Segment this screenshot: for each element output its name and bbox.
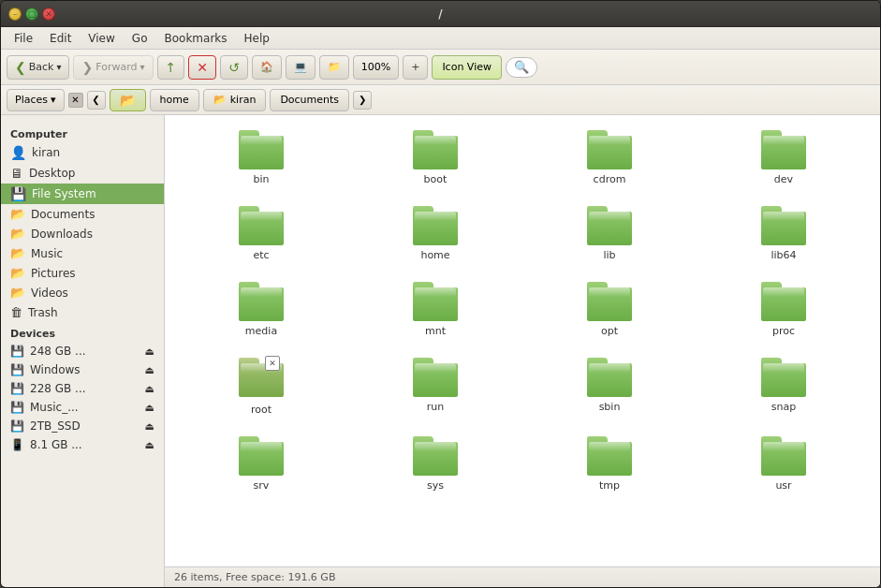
- disk-248-icon: 💾: [10, 345, 24, 358]
- sidebar-item-228gb[interactable]: 💾 228 GB ... ⏏: [1, 379, 164, 398]
- maximize-button[interactable]: □: [25, 7, 38, 21]
- window-controls: – □ ✕: [8, 7, 55, 21]
- sidebar-label-desktop: Desktop: [29, 167, 76, 180]
- menu-file[interactable]: File: [7, 30, 40, 47]
- computer-icon: 💻: [294, 61, 307, 73]
- sidebar-item-trash[interactable]: 🗑 Trash: [1, 302, 164, 322]
- stop-icon: ✕: [197, 60, 208, 75]
- reload-icon: ↺: [228, 60, 240, 75]
- menu-view[interactable]: View: [81, 30, 122, 47]
- folder-item[interactable]: run: [348, 352, 522, 421]
- sidebar-item-desktop[interactable]: 🖥 Desktop: [1, 163, 164, 184]
- minimize-button[interactable]: –: [8, 7, 22, 21]
- stop-button[interactable]: ✕: [188, 55, 216, 80]
- folder-item[interactable]: mnt: [348, 276, 522, 343]
- folder-icon: [239, 282, 284, 321]
- folder-item[interactable]: srv: [174, 431, 348, 497]
- menu-bookmarks[interactable]: Bookmarks: [156, 30, 234, 47]
- sidebar-item-videos[interactable]: 📂 Videos: [1, 283, 164, 302]
- folder-item[interactable]: sbin: [522, 352, 697, 421]
- sidebar-item-filesystem[interactable]: 💾 File System: [1, 184, 164, 204]
- places-button[interactable]: Places ▾: [7, 89, 65, 111]
- eject-228-icon[interactable]: ⏏: [145, 383, 154, 395]
- location-close-button[interactable]: ✕: [68, 93, 83, 108]
- menu-help[interactable]: Help: [237, 30, 277, 47]
- back-button[interactable]: ❮ Back ▾: [7, 55, 69, 80]
- folder-label: sbin: [599, 401, 621, 413]
- folder-item[interactable]: bin: [174, 125, 348, 191]
- folder-item[interactable]: usr: [697, 431, 871, 497]
- sidebar-item-music[interactable]: 📂 Music: [1, 243, 164, 263]
- sidebar-item-81gb[interactable]: 📱 8.1 GB ... ⏏: [1, 435, 164, 454]
- zoom-toggle-button[interactable]: +: [403, 55, 428, 80]
- view-mode-display: Icon View: [432, 55, 502, 80]
- folder-icon: [413, 130, 458, 169]
- breadcrumb-kiran[interactable]: 📂 kiran: [203, 89, 267, 111]
- toolbar: ❮ Back ▾ ❯ Forward ▾ ↑ ✕ ↺ 🏠 💻 📁 100%: [1, 50, 880, 85]
- sidebar-scroll[interactable]: Computer 👤 kiran 🖥 Desktop 💾 File System…: [1, 115, 164, 587]
- folder-label: root: [251, 404, 272, 416]
- breadcrumb-current[interactable]: 📂: [110, 89, 146, 111]
- up-arrow-icon: ↑: [166, 60, 177, 75]
- folder-item[interactable]: cdrom: [522, 125, 697, 191]
- folder-item[interactable]: proc: [697, 276, 871, 343]
- eject-81-icon[interactable]: ⏏: [145, 439, 154, 451]
- location-nav-forward[interactable]: ❯: [353, 91, 372, 110]
- eject-music-icon[interactable]: ⏏: [145, 402, 154, 414]
- menu-go[interactable]: Go: [125, 30, 155, 47]
- forward-button[interactable]: ❯ Forward ▾: [73, 55, 153, 80]
- folder-item[interactable]: boot: [348, 125, 522, 191]
- folder-item[interactable]: ✕ root: [174, 352, 348, 421]
- disk-2tb-icon: 💾: [10, 419, 24, 433]
- folder-item[interactable]: home: [348, 200, 522, 267]
- sidebar-item-downloads[interactable]: 📂 Downloads: [1, 224, 164, 243]
- view-mode-label: Icon View: [442, 61, 492, 73]
- folder-item[interactable]: lib64: [697, 200, 871, 267]
- eject-2tb-icon[interactable]: ⏏: [145, 420, 154, 433]
- folder-label: srv: [254, 479, 270, 492]
- folder-icon: [587, 206, 632, 245]
- sidebar-item-windows[interactable]: 💾 Windows ⏏: [1, 360, 164, 379]
- folder-item[interactable]: opt: [522, 276, 697, 343]
- zoom-display: 100%: [353, 55, 399, 80]
- sidebar-label-videos: Videos: [31, 287, 68, 300]
- menu-edit[interactable]: Edit: [42, 30, 79, 47]
- forward-dropdown-icon[interactable]: ▾: [139, 62, 144, 72]
- breadcrumb-home[interactable]: home: [150, 89, 199, 111]
- sidebar-item-2tb[interactable]: 💾 2TB_SSD ⏏: [1, 417, 164, 435]
- close-button[interactable]: ✕: [42, 7, 55, 21]
- sidebar-item-pictures[interactable]: 📂 Pictures: [1, 263, 164, 283]
- location-nav-back[interactable]: ❮: [87, 91, 106, 110]
- sidebar-item-documents[interactable]: 📂 Documents: [1, 204, 164, 224]
- sidebar-item-kiran[interactable]: 👤 kiran: [1, 142, 164, 163]
- up-button[interactable]: ↑: [157, 55, 185, 80]
- home-button[interactable]: 🏠: [252, 55, 282, 80]
- breadcrumb-documents[interactable]: Documents: [270, 89, 349, 111]
- folder-item[interactable]: sys: [348, 431, 522, 497]
- sidebar-label-228gb: 228 GB ...: [30, 382, 86, 395]
- folder-item[interactable]: snap: [697, 352, 871, 421]
- folder-item[interactable]: etc: [174, 200, 348, 267]
- folder-item[interactable]: lib: [522, 200, 697, 267]
- breadcrumb-home-label: home: [160, 94, 189, 106]
- places-dropdown-icon: ▾: [51, 94, 56, 106]
- trash-icon: 🗑: [10, 305, 22, 319]
- folder-icon: [587, 436, 632, 476]
- reload-button[interactable]: ↺: [220, 55, 248, 80]
- folder-label: lib64: [771, 249, 796, 261]
- folder-item[interactable]: media: [174, 276, 348, 343]
- back-dropdown-icon[interactable]: ▾: [56, 62, 61, 72]
- folder-item[interactable]: tmp: [522, 431, 697, 497]
- computer-button[interactable]: 💻: [286, 55, 316, 80]
- search-box[interactable]: 🔍: [506, 57, 537, 78]
- sidebar-item-music-disk[interactable]: 💾 Music_... ⏏: [1, 398, 164, 417]
- network-button[interactable]: 📁: [319, 55, 349, 80]
- eject-windows-icon[interactable]: ⏏: [145, 364, 154, 376]
- documents-icon: 📂: [10, 207, 25, 221]
- content-scroll[interactable]: bin boot cdrom dev: [165, 115, 880, 566]
- sidebar-item-248gb[interactable]: 💾 248 GB ... ⏏: [1, 342, 164, 360]
- folder-label: cdrom: [594, 173, 626, 185]
- folder-icon: [239, 436, 284, 476]
- folder-item[interactable]: dev: [697, 125, 871, 191]
- eject-248-icon[interactable]: ⏏: [145, 345, 154, 358]
